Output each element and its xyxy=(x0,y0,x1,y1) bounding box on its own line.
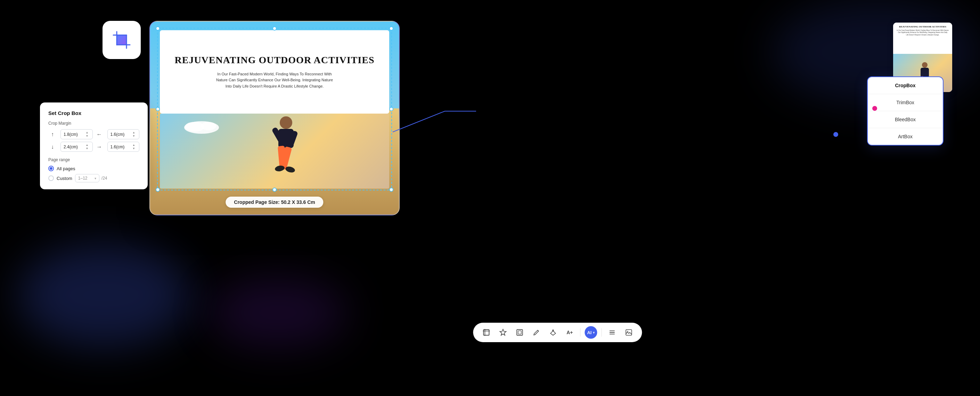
svg-point-18 xyxy=(922,62,928,68)
left-margin-stepper[interactable]: ▲ ▼ xyxy=(131,131,136,138)
frame-toolbar-button[interactable] xyxy=(513,326,526,339)
svg-rect-22 xyxy=(484,330,489,335)
panel-title: Set Crop Box xyxy=(48,110,139,116)
top-margin-up[interactable]: ▲ xyxy=(85,131,90,134)
text-plus-toolbar-button[interactable]: A+ xyxy=(563,326,576,339)
svg-marker-29 xyxy=(550,331,556,335)
radio-group: All pages Custom 1–12 ▾ /24 xyxy=(48,166,139,182)
right-margin-up[interactable]: ▲ xyxy=(131,143,136,146)
cropbox-option-bleedbox[interactable]: BleedBox xyxy=(868,111,943,128)
right-margin-icon: → xyxy=(95,143,103,151)
custom-range-row: 1–12 ▾ /24 xyxy=(75,174,107,182)
left-margin-up[interactable]: ▲ xyxy=(131,131,136,134)
left-margin-icon: ← xyxy=(95,130,103,138)
toolbar: A+ AI ▾ xyxy=(473,323,642,342)
svg-marker-25 xyxy=(500,329,506,335)
svg-line-0 xyxy=(393,111,445,132)
page-range-label: Page range xyxy=(48,157,139,162)
custom-range-input[interactable]: 1–12 ▾ xyxy=(75,174,99,182)
cropbox-option-artbox[interactable]: ArtBox xyxy=(868,128,943,145)
bottom-margin-input[interactable]: 2.4(cm) ▲ ▼ xyxy=(60,142,93,152)
main-scene: REJUVENATING OUTDOOR ACTIVITIES In Our F… xyxy=(0,0,980,396)
all-pages-radio-button[interactable] xyxy=(48,166,54,171)
edit-toolbar-button[interactable] xyxy=(530,326,542,339)
pink-connector-dot xyxy=(872,106,877,111)
custom-range-chevron: ▾ xyxy=(94,177,96,180)
svg-point-17 xyxy=(201,122,216,130)
thumbnail-title: REJUVENATING OUTDOOR ACTIVITIES xyxy=(897,25,949,28)
svg-rect-33 xyxy=(626,330,632,336)
svg-rect-26 xyxy=(517,330,523,336)
left-margin-input[interactable]: 1.6(cm) ▲ ▼ xyxy=(107,129,140,139)
crop-icon-card xyxy=(102,21,141,59)
top-margin-stepper[interactable]: ▲ ▼ xyxy=(85,131,90,138)
cloud-svg xyxy=(181,117,223,134)
crop-margin-label: Crop Margin xyxy=(48,121,139,126)
list-toolbar-button[interactable] xyxy=(606,326,618,339)
bottom-margin-stepper[interactable]: ▲ ▼ xyxy=(85,143,90,150)
bottom-margin-value: 2.4(cm) xyxy=(64,145,85,149)
person-figure-svg xyxy=(262,114,310,178)
all-pages-label: All pages xyxy=(57,166,75,171)
svg-rect-19 xyxy=(921,68,929,78)
toolbar-divider-2 xyxy=(601,328,601,337)
star-toolbar-button[interactable] xyxy=(496,326,509,339)
right-margin-down[interactable]: ▼ xyxy=(131,147,136,150)
ai-toolbar-button[interactable]: AI ▾ xyxy=(584,326,597,339)
svg-rect-2 xyxy=(117,35,127,45)
svg-point-34 xyxy=(627,331,628,332)
svg-line-28 xyxy=(538,330,539,331)
pdf-content-area: REJUVENATING OUTDOOR ACTIVITIES In Our F… xyxy=(160,30,389,114)
set-crop-box-panel: Set Crop Box Crop Margin ↑ 1.8(cm) ▲ ▼ ←… xyxy=(40,102,148,189)
pdf-document-title: REJUVENATING OUTDOOR ACTIVITIES xyxy=(175,54,374,66)
top-margin-value: 1.8(cm) xyxy=(64,132,85,137)
bottom-margin-icon: ↓ xyxy=(48,143,57,151)
image-toolbar-button[interactable] xyxy=(622,326,635,339)
total-pages: /24 xyxy=(102,176,107,181)
custom-radio-row[interactable]: Custom 1–12 ▾ /24 xyxy=(48,174,139,182)
right-margin-stepper[interactable]: ▲ ▼ xyxy=(131,143,136,150)
right-margin-value: 1.6(cm) xyxy=(110,145,132,149)
cropbox-option-trimbox[interactable]: TrimBox xyxy=(868,94,943,111)
custom-radio-button[interactable] xyxy=(48,175,54,181)
top-margin-icon: ↑ xyxy=(48,130,57,138)
cropped-size-label: Cropped Page Size: 50.2 X 33.6 Cm xyxy=(226,197,323,208)
all-pages-radio-row[interactable]: All pages xyxy=(48,166,139,171)
top-margin-down[interactable]: ▼ xyxy=(85,134,90,138)
cropbox-type-panel: CropBox TrimBox BleedBox ArtBox xyxy=(867,76,943,146)
ai-chevron-icon: ▾ xyxy=(593,331,595,334)
toolbar-divider xyxy=(580,328,581,337)
crop-tool-icon xyxy=(110,29,133,51)
top-margin-input[interactable]: 1.8(cm) ▲ ▼ xyxy=(60,129,93,139)
cropbox-option-cropbox[interactable]: CropBox xyxy=(868,77,943,94)
pdf-document-subtitle: In Our Fast-Paced Modern World, Finding … xyxy=(215,71,334,90)
left-margin-down[interactable]: ▼ xyxy=(131,134,136,138)
bottom-margin-up[interactable]: ▲ xyxy=(85,143,90,146)
left-margin-value: 1.6(cm) xyxy=(110,132,132,137)
custom-label: Custom xyxy=(57,176,72,181)
brush-toolbar-button[interactable] xyxy=(547,326,559,339)
pdf-preview-card: REJUVENATING OUTDOOR ACTIVITIES In Our F… xyxy=(150,21,399,215)
pdf-photo-area xyxy=(160,114,389,189)
thumbnail-white-area: REJUVENATING OUTDOOR ACTIVITIES In Our F… xyxy=(893,22,952,54)
thumbnail-subtitle: In Our Fast-Paced Modern World, Finding … xyxy=(897,30,949,36)
custom-range-value: 1–12 xyxy=(78,176,88,181)
blue-connector-dot xyxy=(834,132,838,137)
bottom-margin-down[interactable]: ▼ xyxy=(85,147,90,150)
crop-toolbar-button[interactable] xyxy=(480,326,492,339)
margin-grid: ↑ 1.8(cm) ▲ ▼ ← 1.6(cm) ▲ ▼ ↓ 2.4(cm) xyxy=(48,129,139,152)
svg-point-7 xyxy=(280,116,292,129)
right-margin-input[interactable]: 1.6(cm) ▲ ▼ xyxy=(107,142,140,152)
svg-rect-27 xyxy=(518,331,521,334)
